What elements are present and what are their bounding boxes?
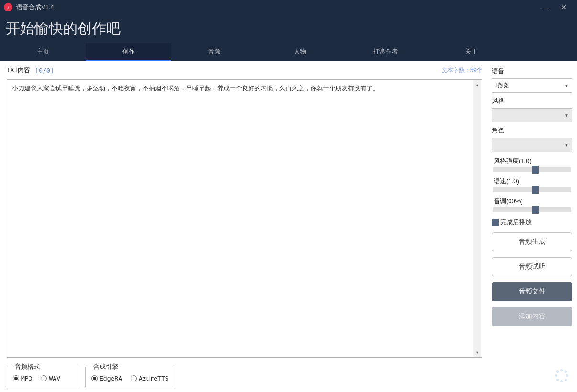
voice-label: 语音 [492, 67, 572, 76]
header: 开始愉快的创作吧 [0, 14, 577, 43]
char-count-label: 文本字数： [442, 67, 470, 74]
scroll-down-icon[interactable]: ▼ [473, 348, 481, 357]
engine-group: 合成引擎 EdgeRA AzureTTS [85, 362, 175, 387]
pitch-slider[interactable] [493, 207, 571, 212]
preview-button[interactable]: 音频试听 [492, 257, 572, 276]
audio-file-button[interactable]: 音频文件 [492, 282, 572, 301]
radio-mp3[interactable]: MP3 [13, 375, 32, 382]
style-select[interactable]: ▼ [492, 108, 572, 122]
chevron-down-icon: ▼ [564, 113, 569, 118]
pitch-label: 音调(00%) [494, 197, 572, 206]
play-after-checkbox[interactable]: 完成后播放 [492, 218, 572, 227]
content: TXT内容 [0/0] 文本字数：59个 ▲ ▼ 音频格式 MP3 [0, 61, 577, 392]
tab-character[interactable]: 人物 [257, 43, 343, 61]
radio-icon [41, 375, 47, 381]
pitch-block: 音调(00%) [492, 197, 572, 212]
txt-label: TXT内容 [7, 66, 30, 75]
slider-thumb[interactable] [532, 186, 539, 194]
radio-azuretts-label: AzureTTS [139, 375, 169, 382]
txt-counter: [0/0] [35, 67, 54, 74]
radio-icon [91, 375, 98, 381]
style-strength-slider[interactable] [493, 167, 571, 172]
voice-select[interactable]: 晓晓 ▼ [492, 78, 572, 93]
textarea-wrap: ▲ ▼ [7, 79, 482, 358]
play-after-label: 完成后播放 [500, 218, 532, 227]
sidebar: 语音 晓晓 ▼ 风格 ▼ 角色 ▼ 风格强度(1.0) 语速(1.0) [489, 61, 577, 392]
style-strength-block: 风格强度(1.0) [492, 157, 572, 172]
char-count-value: 59个 [470, 67, 482, 74]
radio-icon [13, 375, 19, 381]
checkbox-icon [492, 219, 499, 226]
chevron-down-icon: ▼ [564, 83, 569, 88]
titlebar: ♪ 语音合成V1.4 — ✕ [0, 0, 577, 14]
radio-azuretts[interactable]: AzureTTS [131, 375, 169, 382]
app-title: 语音合成V1.4 [16, 3, 54, 11]
scroll-up-icon[interactable]: ▲ [473, 80, 481, 88]
tab-home[interactable]: 主页 [0, 43, 86, 61]
radio-edgera[interactable]: EdgeRA [91, 375, 122, 382]
style-label: 风格 [492, 97, 572, 105]
speed-block: 语速(1.0) [492, 177, 572, 192]
voice-value: 晓晓 [496, 81, 509, 90]
left-panel: TXT内容 [0/0] 文本字数：59个 ▲ ▼ 音频格式 MP3 [0, 61, 489, 392]
tabs: 主页 创作 音频 人物 打赏作者 关于 [0, 43, 577, 61]
tab-create[interactable]: 创作 [86, 43, 171, 61]
style-strength-label: 风格强度(1.0) [494, 157, 572, 165]
engine-legend: 合成引擎 [91, 362, 120, 371]
tab-about[interactable]: 关于 [428, 43, 514, 61]
speed-slider[interactable] [493, 187, 571, 192]
slider-thumb[interactable] [532, 166, 539, 174]
audio-format-group: 音频格式 MP3 WAV [7, 362, 78, 387]
vertical-scrollbar[interactable]: ▲ ▼ [473, 80, 481, 357]
generate-button[interactable]: 音频生成 [492, 232, 572, 251]
radio-icon [131, 375, 137, 381]
left-top-row: TXT内容 [0/0] 文本字数：59个 [7, 66, 482, 75]
radio-mp3-label: MP3 [21, 375, 32, 382]
tab-donate[interactable]: 打赏作者 [343, 43, 428, 61]
close-button[interactable]: ✕ [554, 0, 573, 14]
add-content-button[interactable]: 添加内容 [492, 307, 572, 326]
audio-format-legend: 音频格式 [13, 362, 42, 371]
content-textarea[interactable] [7, 80, 473, 357]
header-slogan: 开始愉快的创作吧 [6, 19, 121, 39]
radio-edgera-label: EdgeRA [100, 375, 122, 382]
radio-wav[interactable]: WAV [41, 375, 60, 382]
app-icon: ♪ [4, 3, 12, 11]
minimize-button[interactable]: — [535, 0, 554, 14]
slider-thumb[interactable] [532, 206, 539, 214]
role-label: 角色 [492, 126, 572, 135]
bottom-groups: 音频格式 MP3 WAV 合成引擎 Edg [7, 362, 482, 387]
char-count: 文本字数：59个 [442, 66, 482, 75]
radio-wav-label: WAV [49, 375, 60, 382]
loading-spinner-icon [555, 369, 568, 382]
chevron-down-icon: ▼ [564, 142, 569, 148]
role-select[interactable]: ▼ [492, 138, 572, 152]
tab-audio[interactable]: 音频 [171, 43, 257, 61]
speed-label: 语速(1.0) [494, 177, 572, 185]
